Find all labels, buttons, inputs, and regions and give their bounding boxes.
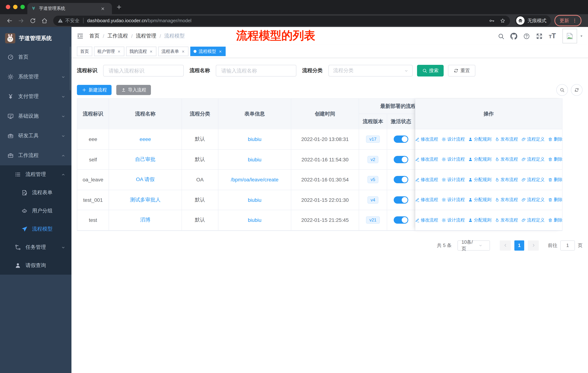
form-info-link[interactable]: biubiu bbox=[248, 217, 262, 223]
bookmark-star-icon[interactable] bbox=[500, 18, 506, 23]
sidebar-item-process-form[interactable]: 流程表单 bbox=[0, 184, 72, 202]
prev-page-button[interactable] bbox=[500, 240, 511, 251]
tab-close-icon[interactable] bbox=[100, 6, 105, 11]
process-name-link[interactable]: 滔博 bbox=[140, 217, 150, 223]
active-toggle[interactable] bbox=[394, 217, 408, 224]
form-info-link[interactable]: biubiu bbox=[248, 197, 262, 203]
action-assign-link[interactable]: 分配规则 bbox=[468, 197, 491, 203]
process-name-link[interactable]: eeee bbox=[140, 136, 151, 142]
forward-button[interactable] bbox=[18, 17, 24, 24]
sidebar-scrollbar[interactable] bbox=[70, 47, 71, 90]
action-design-link[interactable]: 设计流程 bbox=[441, 177, 465, 183]
reload-button[interactable] bbox=[30, 17, 36, 24]
action-design-link[interactable]: 设计流程 bbox=[441, 136, 465, 142]
breadcrumb-item[interactable]: 工作流程 bbox=[107, 33, 128, 39]
minimize-window-button[interactable] bbox=[13, 5, 18, 9]
form-info-link[interactable]: biubiu bbox=[248, 157, 262, 162]
create-process-button[interactable]: 新建流程 bbox=[77, 85, 112, 95]
sidebar-item-workflow[interactable]: 工作流程 bbox=[0, 146, 72, 165]
action-modify-link[interactable]: 修改流程 bbox=[415, 156, 438, 163]
action-delete-link[interactable]: 删除 bbox=[548, 136, 562, 142]
action-delete-link[interactable]: 删除 bbox=[548, 156, 562, 163]
sidebar-item-dev-tools[interactable]: 研发工具 bbox=[0, 126, 72, 146]
goto-page-input[interactable]: 1 bbox=[560, 240, 575, 251]
tag-close-icon[interactable] bbox=[181, 49, 185, 53]
sidebar-item-leave-query[interactable]: 请假查询 bbox=[0, 256, 72, 275]
reset-button[interactable]: 重置 bbox=[448, 65, 475, 77]
avatar[interactable] bbox=[562, 29, 577, 43]
sidebar-item-process-manage[interactable]: 流程管理 bbox=[0, 165, 72, 184]
zoom-window-button[interactable] bbox=[21, 5, 25, 9]
action-publish-link[interactable]: 发布流程 bbox=[495, 177, 518, 183]
help-icon[interactable] bbox=[523, 33, 530, 40]
action-delete-link[interactable]: 删除 bbox=[548, 177, 562, 183]
active-toggle[interactable] bbox=[394, 136, 408, 143]
next-page-button[interactable] bbox=[528, 240, 539, 251]
toggle-search-button[interactable] bbox=[556, 84, 568, 96]
avatar-caret-icon[interactable] bbox=[579, 34, 584, 38]
action-modify-link[interactable]: 修改流程 bbox=[415, 217, 438, 223]
tag-my-process[interactable]: 我的流程 bbox=[126, 47, 156, 56]
filter-key-input[interactable] bbox=[108, 67, 179, 74]
breadcrumb-item[interactable]: 流程管理 bbox=[136, 33, 156, 39]
tag-home[interactable]: 首页 bbox=[77, 47, 92, 56]
active-toggle[interactable] bbox=[394, 196, 408, 204]
action-modify-link[interactable]: 修改流程 bbox=[415, 177, 438, 183]
browser-update-button[interactable]: 更新 bbox=[555, 15, 581, 26]
action-publish-link[interactable]: 发布流程 bbox=[495, 136, 518, 142]
sidebar-item-process-model[interactable]: 流程模型 bbox=[0, 220, 72, 238]
active-toggle[interactable] bbox=[394, 176, 408, 183]
form-info-link[interactable]: /bpm/oa/leave/create bbox=[231, 177, 279, 183]
action-modify-link[interactable]: 修改流程 bbox=[415, 136, 438, 142]
action-assign-link[interactable]: 分配规则 bbox=[468, 156, 491, 163]
action-delete-link[interactable]: 删除 bbox=[548, 197, 562, 203]
search-button[interactable]: 搜索 bbox=[417, 65, 444, 77]
tag-close-icon[interactable] bbox=[218, 49, 222, 53]
fullscreen-icon[interactable] bbox=[536, 33, 543, 40]
breadcrumb-item[interactable]: 首页 bbox=[89, 33, 100, 39]
active-toggle[interactable] bbox=[394, 156, 408, 163]
filter-name-input[interactable] bbox=[220, 67, 292, 74]
font-size-icon[interactable]: TT bbox=[549, 32, 556, 40]
window-controls[interactable] bbox=[6, 5, 25, 9]
password-key-icon[interactable] bbox=[489, 18, 495, 23]
tag-close-icon[interactable] bbox=[149, 49, 153, 53]
action-design-link[interactable]: 设计流程 bbox=[441, 197, 465, 203]
sidebar-item-infrastructure[interactable]: 基础设施 bbox=[0, 106, 72, 126]
close-window-button[interactable] bbox=[6, 5, 10, 9]
process-name-link[interactable]: OA 请假 bbox=[136, 176, 155, 183]
new-tab-button[interactable] bbox=[116, 4, 122, 10]
sidebar-item-task-manage[interactable]: 任务管理 bbox=[0, 238, 72, 256]
process-name-link[interactable]: 自己审批 bbox=[135, 156, 156, 163]
tag-process-form[interactable]: 流程表单 bbox=[158, 47, 189, 56]
action-definition-link[interactable]: 流程定义 bbox=[521, 217, 545, 223]
github-icon[interactable] bbox=[511, 33, 517, 40]
refresh-table-button[interactable] bbox=[571, 84, 583, 96]
not-secure-icon[interactable] bbox=[58, 18, 63, 23]
sidebar-toggle-button[interactable] bbox=[77, 32, 84, 40]
action-design-link[interactable]: 设计流程 bbox=[441, 156, 465, 163]
action-modify-link[interactable]: 修改流程 bbox=[415, 197, 438, 203]
page-size-select[interactable]: 10条/页 bbox=[458, 240, 490, 251]
action-definition-link[interactable]: 流程定义 bbox=[521, 156, 545, 163]
home-button[interactable] bbox=[41, 17, 48, 24]
form-info-link[interactable]: biubiu bbox=[248, 136, 262, 142]
action-assign-link[interactable]: 分配规则 bbox=[468, 217, 491, 223]
tag-tenant-manage[interactable]: 租户管理 bbox=[94, 47, 124, 56]
action-definition-link[interactable]: 流程定义 bbox=[521, 177, 545, 183]
sidebar-item-home[interactable]: 首页 bbox=[0, 47, 72, 67]
browser-tab[interactable]: 芋道管理系统 bbox=[27, 3, 112, 14]
sidebar-item-payment[interactable]: 支付管理 bbox=[0, 87, 72, 106]
sidebar-item-user-group[interactable]: 用户分组 bbox=[0, 202, 72, 220]
browser-menu-icon[interactable] bbox=[572, 18, 578, 23]
process-name-link[interactable]: 测试多审批人 bbox=[130, 197, 161, 203]
action-definition-link[interactable]: 流程定义 bbox=[521, 197, 545, 203]
page-number-1[interactable]: 1 bbox=[514, 240, 524, 251]
address-bar[interactable]: 不安全 dashboard.yudao.iocoder.cn /bpm/mana… bbox=[53, 15, 510, 26]
action-publish-link[interactable]: 发布流程 bbox=[495, 156, 518, 163]
action-design-link[interactable]: 设计流程 bbox=[441, 217, 465, 223]
import-process-button[interactable]: 导入流程 bbox=[116, 85, 151, 95]
action-publish-link[interactable]: 发布流程 bbox=[495, 197, 518, 203]
action-assign-link[interactable]: 分配规则 bbox=[468, 136, 491, 142]
search-icon[interactable] bbox=[498, 33, 505, 40]
